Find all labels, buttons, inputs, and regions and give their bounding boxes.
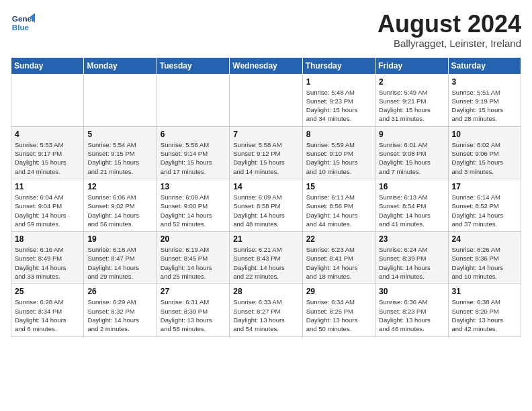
day-number: 9 <box>379 130 444 139</box>
calendar-week-5: 25Sunrise: 6:28 AM Sunset: 8:34 PM Dayli… <box>11 284 521 336</box>
day-info: Sunrise: 6:26 AM Sunset: 8:36 PM Dayligh… <box>452 245 517 281</box>
svg-text:Blue: Blue <box>12 23 30 32</box>
day-number: 31 <box>452 287 517 296</box>
day-number: 20 <box>161 234 226 244</box>
calendar-cell <box>157 74 229 126</box>
logo-icon: General Blue <box>11 11 35 35</box>
day-number: 6 <box>161 130 226 139</box>
day-info: Sunrise: 6:29 AM Sunset: 8:32 PM Dayligh… <box>87 298 152 333</box>
day-info: Sunrise: 6:28 AM Sunset: 8:34 PM Dayligh… <box>15 298 80 333</box>
calendar-cell: 1Sunrise: 5:48 AM Sunset: 9:23 PM Daylig… <box>302 74 375 126</box>
calendar-cell <box>230 74 302 126</box>
day-info: Sunrise: 6:14 AM Sunset: 8:52 PM Dayligh… <box>452 193 517 228</box>
day-info: Sunrise: 6:36 AM Sunset: 8:23 PM Dayligh… <box>379 298 444 333</box>
page-header: General Blue August 2024 Ballyragget, Le… <box>11 11 521 49</box>
day-info: Sunrise: 6:21 AM Sunset: 8:43 PM Dayligh… <box>233 245 298 281</box>
day-number: 16 <box>379 182 444 191</box>
day-info: Sunrise: 6:06 AM Sunset: 9:02 PM Dayligh… <box>87 193 152 228</box>
calendar-cell: 22Sunrise: 6:23 AM Sunset: 8:41 PM Dayli… <box>302 232 375 284</box>
day-info: Sunrise: 6:31 AM Sunset: 8:30 PM Dayligh… <box>161 298 226 333</box>
logo: General Blue <box>11 11 35 35</box>
day-number: 10 <box>452 130 517 139</box>
day-info: Sunrise: 6:24 AM Sunset: 8:39 PM Dayligh… <box>379 245 444 281</box>
calendar-cell <box>84 74 157 126</box>
day-number: 3 <box>452 77 517 87</box>
day-info: Sunrise: 6:33 AM Sunset: 8:27 PM Dayligh… <box>233 298 298 333</box>
day-info: Sunrise: 5:58 AM Sunset: 9:12 PM Dayligh… <box>233 140 298 176</box>
calendar-cell: 11Sunrise: 6:04 AM Sunset: 9:04 PM Dayli… <box>11 179 84 231</box>
day-info: Sunrise: 6:02 AM Sunset: 9:06 PM Dayligh… <box>452 140 517 176</box>
calendar-cell: 25Sunrise: 6:28 AM Sunset: 8:34 PM Dayli… <box>11 284 84 336</box>
day-number: 24 <box>452 234 517 244</box>
calendar-cell: 29Sunrise: 6:34 AM Sunset: 8:25 PM Dayli… <box>302 284 375 336</box>
day-number: 4 <box>15 130 80 139</box>
day-number: 8 <box>306 130 371 139</box>
day-number: 26 <box>87 287 152 296</box>
day-info: Sunrise: 6:38 AM Sunset: 8:20 PM Dayligh… <box>452 298 517 333</box>
calendar-cell: 14Sunrise: 6:09 AM Sunset: 8:58 PM Dayli… <box>230 179 302 231</box>
day-info: Sunrise: 6:23 AM Sunset: 8:41 PM Dayligh… <box>306 245 371 281</box>
weekday-header-wednesday: Wednesday <box>230 57 302 74</box>
weekday-header-row: SundayMondayTuesdayWednesdayThursdayFrid… <box>11 57 521 74</box>
title-block: August 2024 Ballyragget, Leinster, Irela… <box>378 11 521 49</box>
day-info: Sunrise: 6:01 AM Sunset: 9:08 PM Dayligh… <box>379 140 444 176</box>
day-number: 23 <box>379 234 444 244</box>
calendar-cell: 7Sunrise: 5:58 AM Sunset: 9:12 PM Daylig… <box>230 126 302 179</box>
weekday-header-friday: Friday <box>375 57 448 74</box>
day-info: Sunrise: 5:53 AM Sunset: 9:17 PM Dayligh… <box>15 140 80 176</box>
weekday-header-sunday: Sunday <box>11 57 84 74</box>
calendar-cell <box>11 74 84 126</box>
calendar-cell: 6Sunrise: 5:56 AM Sunset: 9:14 PM Daylig… <box>157 126 229 179</box>
day-info: Sunrise: 6:09 AM Sunset: 8:58 PM Dayligh… <box>233 193 298 228</box>
weekday-header-saturday: Saturday <box>448 57 521 74</box>
day-info: Sunrise: 6:34 AM Sunset: 8:25 PM Dayligh… <box>306 298 371 333</box>
day-number: 2 <box>379 77 444 87</box>
calendar-cell: 17Sunrise: 6:14 AM Sunset: 8:52 PM Dayli… <box>448 179 521 231</box>
day-number: 11 <box>15 182 80 191</box>
day-number: 28 <box>233 287 298 296</box>
calendar-cell: 12Sunrise: 6:06 AM Sunset: 9:02 PM Dayli… <box>84 179 157 231</box>
calendar-cell: 13Sunrise: 6:08 AM Sunset: 9:00 PM Dayli… <box>157 179 229 231</box>
calendar-cell: 27Sunrise: 6:31 AM Sunset: 8:30 PM Dayli… <box>157 284 229 336</box>
month-title: August 2024 <box>378 11 521 38</box>
calendar-cell: 2Sunrise: 5:49 AM Sunset: 9:21 PM Daylig… <box>375 74 448 126</box>
day-info: Sunrise: 5:49 AM Sunset: 9:21 PM Dayligh… <box>379 88 444 124</box>
day-number: 7 <box>233 130 298 139</box>
day-number: 14 <box>233 182 298 191</box>
calendar-cell: 23Sunrise: 6:24 AM Sunset: 8:39 PM Dayli… <box>375 232 448 284</box>
day-number: 19 <box>87 234 152 244</box>
weekday-header-tuesday: Tuesday <box>157 57 229 74</box>
day-info: Sunrise: 6:04 AM Sunset: 9:04 PM Dayligh… <box>15 193 80 228</box>
day-number: 29 <box>306 287 371 296</box>
day-number: 12 <box>87 182 152 191</box>
calendar-cell: 5Sunrise: 5:54 AM Sunset: 9:15 PM Daylig… <box>84 126 157 179</box>
calendar-cell: 9Sunrise: 6:01 AM Sunset: 9:08 PM Daylig… <box>375 126 448 179</box>
calendar-cell: 20Sunrise: 6:19 AM Sunset: 8:45 PM Dayli… <box>157 232 229 284</box>
calendar-cell: 15Sunrise: 6:11 AM Sunset: 8:56 PM Dayli… <box>302 179 375 231</box>
day-number: 15 <box>306 182 371 191</box>
calendar-cell: 21Sunrise: 6:21 AM Sunset: 8:43 PM Dayli… <box>230 232 302 284</box>
calendar-cell: 10Sunrise: 6:02 AM Sunset: 9:06 PM Dayli… <box>448 126 521 179</box>
calendar-cell: 31Sunrise: 6:38 AM Sunset: 8:20 PM Dayli… <box>448 284 521 336</box>
calendar-table: SundayMondayTuesdayWednesdayThursdayFrid… <box>11 57 521 337</box>
calendar-week-1: 1Sunrise: 5:48 AM Sunset: 9:23 PM Daylig… <box>11 74 521 126</box>
day-number: 5 <box>87 130 152 139</box>
weekday-header-thursday: Thursday <box>302 57 375 74</box>
day-number: 17 <box>452 182 517 191</box>
day-number: 25 <box>15 287 80 296</box>
calendar-cell: 28Sunrise: 6:33 AM Sunset: 8:27 PM Dayli… <box>230 284 302 336</box>
calendar-cell: 19Sunrise: 6:18 AM Sunset: 8:47 PM Dayli… <box>84 232 157 284</box>
calendar-cell: 30Sunrise: 6:36 AM Sunset: 8:23 PM Dayli… <box>375 284 448 336</box>
day-info: Sunrise: 5:54 AM Sunset: 9:15 PM Dayligh… <box>87 140 152 176</box>
calendar-week-3: 11Sunrise: 6:04 AM Sunset: 9:04 PM Dayli… <box>11 179 521 231</box>
day-info: Sunrise: 6:08 AM Sunset: 9:00 PM Dayligh… <box>161 193 226 228</box>
day-info: Sunrise: 5:59 AM Sunset: 9:10 PM Dayligh… <box>306 140 371 176</box>
calendar-cell: 4Sunrise: 5:53 AM Sunset: 9:17 PM Daylig… <box>11 126 84 179</box>
day-number: 22 <box>306 234 371 244</box>
day-number: 27 <box>161 287 226 296</box>
day-number: 21 <box>233 234 298 244</box>
calendar-cell: 3Sunrise: 5:51 AM Sunset: 9:19 PM Daylig… <box>448 74 521 126</box>
day-number: 1 <box>306 77 371 87</box>
location-subtitle: Ballyragget, Leinster, Ireland <box>378 38 521 49</box>
calendar-cell: 8Sunrise: 5:59 AM Sunset: 9:10 PM Daylig… <box>302 126 375 179</box>
